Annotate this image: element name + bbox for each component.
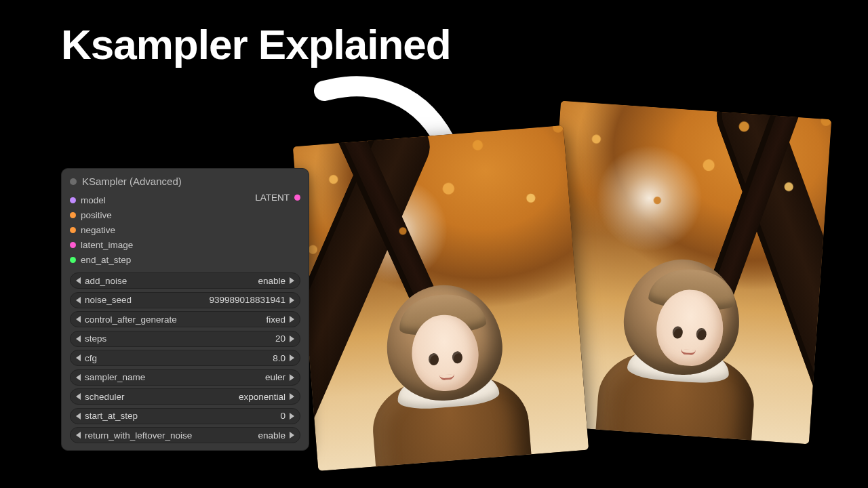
chevron-right-icon[interactable] bbox=[290, 413, 294, 420]
widget-value: euler bbox=[265, 372, 285, 382]
chevron-right-icon[interactable] bbox=[290, 336, 294, 342]
chevron-right-icon[interactable] bbox=[290, 354, 294, 361]
widget-scheduler[interactable]: scheduler exponential bbox=[70, 388, 300, 405]
widget-value: 8.0 bbox=[273, 353, 285, 363]
chevron-left-icon[interactable] bbox=[76, 393, 81, 400]
input-port-label: end_at_step bbox=[81, 255, 131, 265]
chevron-right-icon[interactable] bbox=[290, 393, 294, 400]
input-port-positive[interactable]: positive bbox=[70, 207, 300, 222]
port-dot-icon bbox=[70, 242, 76, 248]
output-port-label: LATENT bbox=[255, 192, 290, 203]
port-dot-icon bbox=[70, 227, 76, 233]
chevron-left-icon[interactable] bbox=[76, 336, 81, 342]
node-widgets: add_noise enable noise_seed 939989018831… bbox=[62, 271, 309, 443]
input-port-label: latent_image bbox=[81, 240, 133, 250]
widget-control-after-generate[interactable]: control_after_generate fixed bbox=[70, 311, 300, 327]
output-port-latent[interactable]: LATENT bbox=[255, 192, 300, 203]
widget-return-with-leftover-noise[interactable]: return_with_leftover_noise enable bbox=[70, 427, 300, 443]
input-port-label: negative bbox=[81, 225, 115, 235]
output-image-front bbox=[293, 125, 589, 471]
widget-label: steps bbox=[85, 333, 106, 344]
widget-steps[interactable]: steps 20 bbox=[70, 331, 300, 347]
chevron-right-icon[interactable] bbox=[290, 297, 294, 304]
port-dot-icon bbox=[70, 212, 76, 218]
widget-start-at-step[interactable]: start_at_step 0 bbox=[70, 408, 300, 424]
chevron-right-icon[interactable] bbox=[290, 432, 294, 439]
input-port-end-at-step[interactable]: end_at_step bbox=[70, 252, 300, 267]
widget-value: fixed bbox=[266, 314, 285, 325]
widget-value: 939989018831941 bbox=[209, 295, 285, 305]
chevron-left-icon[interactable] bbox=[76, 413, 81, 420]
chevron-right-icon[interactable] bbox=[290, 374, 294, 381]
node-titlebar[interactable]: KSampler (Advanced) bbox=[62, 173, 309, 192]
widget-label: scheduler bbox=[85, 392, 125, 402]
widget-label: return_with_leftover_noise bbox=[85, 430, 192, 441]
chevron-right-icon[interactable] bbox=[290, 316, 294, 323]
widget-value: enable bbox=[258, 430, 285, 441]
input-port-latent-image[interactable]: latent_image bbox=[70, 237, 300, 252]
widget-cfg[interactable]: cfg 8.0 bbox=[70, 350, 300, 366]
widget-value: enable bbox=[258, 276, 285, 286]
widget-sampler-name[interactable]: sampler_name euler bbox=[70, 369, 300, 386]
widget-label: start_at_step bbox=[85, 411, 138, 421]
chevron-right-icon[interactable] bbox=[290, 277, 294, 284]
page-title: Ksampler Explained bbox=[61, 20, 451, 68]
input-port-label: model bbox=[81, 195, 106, 205]
widget-value: 0 bbox=[280, 411, 285, 421]
widget-value: exponential bbox=[239, 392, 285, 402]
input-port-negative[interactable]: negative bbox=[70, 222, 300, 237]
widget-add-noise[interactable]: add_noise enable bbox=[70, 272, 300, 289]
node-collapse-icon[interactable] bbox=[70, 178, 77, 185]
node-title: KSampler (Advanced) bbox=[82, 176, 182, 187]
widget-label: control_after_generate bbox=[85, 314, 177, 325]
chevron-left-icon[interactable] bbox=[76, 374, 81, 381]
chevron-left-icon[interactable] bbox=[76, 277, 81, 284]
chevron-left-icon[interactable] bbox=[76, 316, 81, 323]
widget-value: 20 bbox=[275, 333, 285, 344]
port-dot-icon bbox=[70, 197, 76, 203]
widget-label: add_noise bbox=[85, 276, 127, 286]
chevron-left-icon[interactable] bbox=[76, 297, 81, 304]
port-dot-icon bbox=[294, 195, 300, 201]
input-port-label: positive bbox=[81, 210, 112, 220]
widget-label: noise_seed bbox=[85, 295, 132, 305]
ksampler-node[interactable]: KSampler (Advanced) LATENT model positiv… bbox=[61, 168, 309, 451]
widget-noise-seed[interactable]: noise_seed 939989018831941 bbox=[70, 292, 300, 308]
widget-label: sampler_name bbox=[85, 372, 145, 382]
chevron-left-icon[interactable] bbox=[76, 354, 81, 361]
port-dot-icon bbox=[70, 257, 76, 263]
widget-label: cfg bbox=[85, 353, 97, 363]
chevron-left-icon[interactable] bbox=[76, 432, 81, 439]
